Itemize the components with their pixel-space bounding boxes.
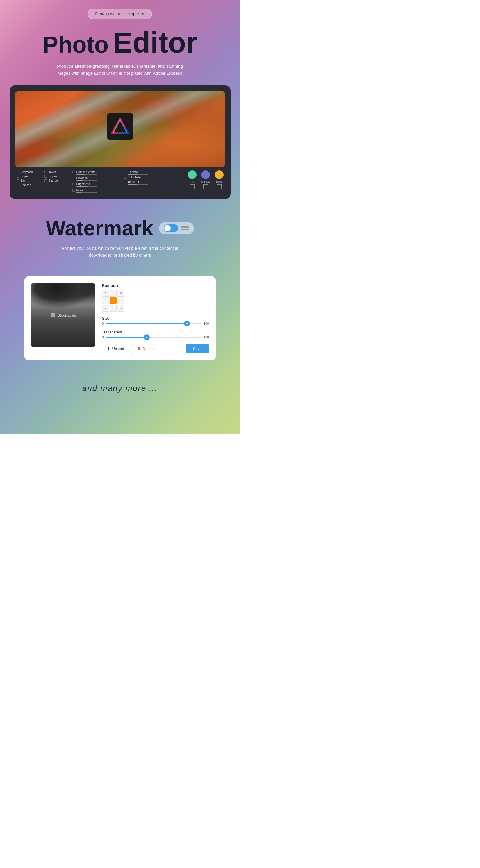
position-section: Position ↖ ↑ ↗ ← ○ → ↙ ↓ ↘ xyxy=(102,283,209,312)
pos-mid-right[interactable]: → xyxy=(117,297,124,304)
filter-col-1: Grayscale Sepia Blur Emboss xyxy=(17,170,40,187)
filter-emboss[interactable]: Emboss xyxy=(17,183,40,187)
watermark-buttons: ⬆ Upload 🗑 Delete Save xyxy=(102,344,209,353)
more-text: and many more ... xyxy=(82,384,158,393)
position-label: Position xyxy=(102,283,209,288)
size-label: Size xyxy=(102,316,109,321)
upload-icon: ⬆ xyxy=(107,346,111,351)
hero-subtitle: Produce attention-grabbing, remarkable, … xyxy=(56,63,184,77)
color-swatches: Tint Multiply Blend xyxy=(188,170,223,189)
transparent-label: Transparent xyxy=(102,330,122,334)
swatch-blend[interactable]: Blend xyxy=(215,170,223,189)
size-range-labels: 0 85 100 xyxy=(102,322,209,325)
filter-sharpen[interactable]: Sharpen xyxy=(44,179,68,182)
watermark-title-row: Watermark xyxy=(46,216,194,240)
slider-color-filter: Color Filter xyxy=(124,176,155,179)
position-grid: ↖ ↑ ↗ ← ○ → ↙ ↓ ↘ xyxy=(102,289,209,312)
nav-dot xyxy=(118,13,120,15)
swatch-multiply[interactable]: Multiply xyxy=(201,170,210,189)
pos-bot-left[interactable]: ↙ xyxy=(102,305,109,312)
filter-sepia[interactable]: Sepia xyxy=(17,175,40,178)
transparent-range-labels: 0 43 100 xyxy=(102,336,209,339)
watermark-preview-image: Stockposts xyxy=(31,283,95,347)
size-slider-track[interactable]: 85 xyxy=(106,323,202,324)
filter-invert[interactable]: Invert xyxy=(44,170,68,174)
watermark-toggle[interactable] xyxy=(159,222,194,234)
watermark-controls: Position ↖ ↑ ↗ ← ○ → ↙ ↓ ↘ xyxy=(102,283,209,353)
pos-top-left[interactable]: ↖ xyxy=(102,289,109,297)
filter-controls: Grayscale Sepia Blur Emboss xyxy=(16,170,225,193)
hero-title: Photo Editor xyxy=(43,28,197,57)
pos-bot-right[interactable]: ↘ xyxy=(117,305,124,312)
pos-top-right[interactable]: ↗ xyxy=(117,289,124,297)
pos-center[interactable]: ○ xyxy=(110,297,117,304)
pos-bot-center[interactable]: ↓ xyxy=(110,305,117,312)
delete-button[interactable]: 🗑 Delete xyxy=(132,344,159,353)
save-button[interactable]: Save xyxy=(186,344,209,353)
nav-pill: New post Composer xyxy=(88,9,152,19)
title-photo: Photo xyxy=(43,33,109,56)
nav-composer[interactable]: Composer xyxy=(123,11,145,17)
editor-image xyxy=(16,91,225,167)
swatch-row: Tint Multiply Blend xyxy=(188,170,223,189)
filter-col-2: Invert Sepia2 Sharpen xyxy=(44,170,68,182)
size-slider-section: Size 0 85 100 xyxy=(102,316,209,325)
title-editor: Editor xyxy=(113,28,197,57)
watermark-description: Protect your posts which remain visible … xyxy=(53,245,187,259)
filter-grayscale[interactable]: Grayscale xyxy=(17,170,40,174)
transparent-slider-track[interactable]: 43 xyxy=(106,337,202,338)
toggle-switch[interactable] xyxy=(164,224,178,232)
filter-pixelate-col: Pixelate Color Filter Threshold xyxy=(124,170,155,185)
watermark-title: Watermark xyxy=(46,216,153,240)
stockpost-watermark: Stockposts xyxy=(50,312,76,318)
slider-distance: Distance xyxy=(72,177,119,181)
upload-button[interactable]: ⬆ Upload xyxy=(102,344,129,353)
pos-top-center[interactable]: ↑ xyxy=(110,289,117,297)
delete-icon: 🗑 xyxy=(137,346,141,351)
slider-remove-white: Remove White xyxy=(72,170,119,175)
toggle-lines-icon xyxy=(181,226,189,230)
nav-new-post[interactable]: New post xyxy=(95,11,115,17)
watermark-card: Stockposts Position ↖ ↑ ↗ ← ○ → ↙ xyxy=(24,276,216,361)
photo-editor-card: Grayscale Sepia Blur Emboss xyxy=(9,86,231,199)
filter-sepia2[interactable]: Sepia2 xyxy=(44,175,68,178)
transparent-slider-section: Transparent 0 43 100 xyxy=(102,330,209,339)
adobe-logo xyxy=(107,113,133,140)
slider-pixelate: Pixelate xyxy=(124,170,155,175)
slider-noise: Noise xyxy=(72,189,119,193)
filter-blur[interactable]: Blur xyxy=(17,179,40,182)
slider-brightness: Brightness xyxy=(72,183,119,187)
filter-sliders: Remove White Distance xyxy=(72,170,119,193)
swatch-tint[interactable]: Tint xyxy=(188,170,197,189)
pos-mid-left[interactable]: ← xyxy=(102,297,109,304)
toggle-knob xyxy=(164,225,171,231)
slider-threshold: Threshold xyxy=(124,180,155,185)
watermark-section: Watermark Protect your posts which remai… xyxy=(46,216,194,268)
